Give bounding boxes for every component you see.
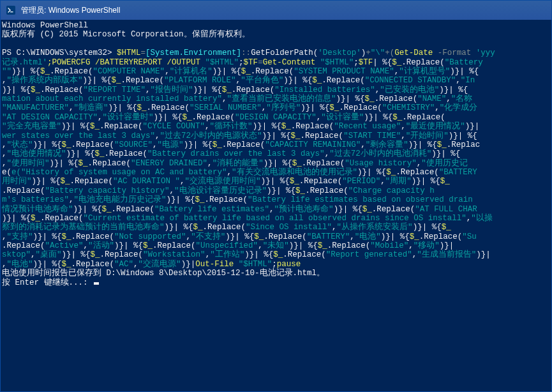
z16: "循环计数"	[210, 122, 253, 131]
op-plus: +	[366, 49, 371, 57]
s5: "CONNECTED STANDBY"	[365, 76, 456, 85]
s12: "CHEMISTRY"	[382, 103, 435, 112]
s18: wer states over the last 3 days"	[2, 132, 155, 140]
z32: "周期"	[385, 177, 412, 186]
z1: "计算机名"	[170, 67, 213, 76]
s16: "CYCLE COUNT"	[143, 122, 205, 131]
output-pause-prompt: 按 Enter 键继续...:	[2, 278, 93, 287]
s46: "Su	[462, 232, 477, 241]
s38: "Battery life estimates"	[154, 205, 269, 214]
s36: "Battery life estimates based on observe…	[248, 195, 473, 204]
s49: "Mobile"	[370, 241, 408, 250]
z47: "活动"	[88, 241, 114, 250]
s21: "SOURCE"	[114, 140, 153, 149]
str-html2: "$HTML"	[320, 58, 354, 67]
z54: "交流电源"	[138, 260, 181, 269]
z51: "工作站"	[210, 250, 244, 259]
str-record: 记录.html'	[2, 58, 47, 67]
z53: "电池"	[7, 260, 33, 269]
z11: "序列号"	[266, 103, 301, 112]
z27: "使用历史记	[421, 159, 468, 168]
z10: "制造商"	[74, 103, 108, 112]
cmd-getdate: Get-Date	[394, 49, 433, 57]
s26: "ENERGY DRAINED"	[131, 159, 207, 168]
z19: "开始时间"	[406, 132, 449, 140]
z18: "过去72小时内的电源状态"	[160, 132, 262, 140]
z49: "移动"	[414, 241, 440, 250]
z3: "操作系统内部版本"	[7, 76, 83, 85]
f1: %{	[31, 67, 40, 76]
s45: "BATTERY"	[307, 232, 350, 241]
prompt: PS C:\WINDOWS\system32>	[2, 49, 112, 57]
s32: "PERIOD"	[342, 177, 380, 186]
cmd-powercfg: ;POWERCFG /BATTERYREPORT /OUTPUT	[47, 58, 200, 67]
cursor	[94, 282, 99, 285]
cm1: ,	[165, 67, 170, 76]
z44: "不支持"	[191, 232, 225, 241]
c1: )}	[11, 67, 21, 76]
z9: "名称	[451, 94, 473, 103]
s33: "Battery capacity history"	[45, 186, 170, 195]
titlebar[interactable]: 管理员: Windows PowerShell	[1, 1, 551, 20]
z43: "支持"	[7, 232, 33, 241]
cmd-pause: pause	[277, 260, 301, 269]
z35: "电池充电能力历史记录"	[74, 195, 167, 204]
window-title: 管理员: Windows PowerShell	[21, 5, 120, 16]
s47: "Active"	[45, 241, 84, 250]
z22: "剩余容量"	[366, 140, 408, 149]
z38: "预计电池寿命"	[274, 205, 334, 214]
z42: "从操作系统安装后"	[337, 223, 413, 232]
v1: $_	[40, 67, 50, 76]
z23: "电池使用情况"	[7, 149, 66, 158]
s24: "Battery drains over the last 3 days"	[147, 149, 325, 158]
s22: "CAPACITY REMAINING"	[265, 140, 361, 149]
str-battery: "Battery	[445, 58, 483, 67]
s51: "Workstation"	[143, 250, 205, 259]
z26: "消耗的能量"	[213, 159, 264, 168]
z12: "化学成分	[440, 103, 478, 112]
console-header-line2: 版权所有 (C) 2015 Microsoft Corporation。保留所有…	[2, 30, 250, 39]
s52: "Report generated"	[326, 250, 412, 259]
output-saved: 电池使用时间报告已保存到 D:\Windows 8\Desktop\2015-1…	[2, 269, 325, 278]
z6: "报告时间"	[151, 86, 193, 94]
z7: "已安装的电池"	[380, 86, 439, 94]
s11: "SERIAL NUMBER"	[190, 103, 262, 112]
semi2: ;	[354, 58, 359, 67]
z21: "电源"	[158, 140, 184, 149]
type-sysenv: [System.Environment]	[145, 49, 241, 57]
z41: 察到的消耗记录为基础预计的当前电池寿命"	[2, 223, 165, 232]
semi1: ;	[239, 58, 244, 67]
console-body[interactable]: Windows PowerShell 版权所有 (C) 2015 Microso…	[1, 20, 551, 391]
z17: "最近使用情况"	[406, 122, 465, 131]
str-desktop: 'Desktop'	[318, 49, 361, 57]
str-html1: "$HTML"	[205, 58, 239, 67]
s35: m's batteries"	[2, 195, 69, 204]
cmd-outfile: Out-File	[195, 260, 234, 269]
z13: "设计容量时"	[103, 113, 154, 122]
s2: "SYSTEM PRODUCT NAME"	[294, 67, 394, 76]
s27: "Usage history"	[345, 159, 417, 168]
s10: "MANUFACTURER"	[2, 103, 69, 112]
z37: 情况预计电池寿命"	[2, 205, 73, 214]
op-scope: ::	[241, 49, 251, 57]
pipe-foreach1: | %{	[373, 58, 392, 67]
s7: "Installed batteries"	[274, 86, 375, 94]
console-header-line1: Windows PowerShell	[2, 21, 88, 30]
str-yyy: 'yyy	[476, 49, 495, 57]
s9: "NAME"	[417, 94, 446, 103]
z14: "设计容量"	[321, 113, 364, 122]
powershell-icon	[6, 5, 16, 15]
s6: "REPORT TIME"	[84, 86, 146, 94]
op-eq: =	[141, 49, 146, 57]
z30: 用时间"	[2, 177, 32, 186]
meth-replace1: .Replace(	[401, 58, 445, 67]
s39: "AT FULL CHAR	[415, 205, 477, 214]
s1: "COMPUTER NAME"	[93, 67, 165, 76]
z5: "In	[461, 76, 475, 85]
var-tf: $TF	[244, 58, 258, 67]
z45: "电池"	[355, 232, 381, 241]
s4: "PLATFORM ROLE"	[164, 76, 236, 85]
s14: "DESIGN CAPACITY"	[235, 113, 317, 122]
s42: "Since OS install"	[246, 223, 332, 232]
s31: "AC DURATION "	[113, 177, 180, 186]
